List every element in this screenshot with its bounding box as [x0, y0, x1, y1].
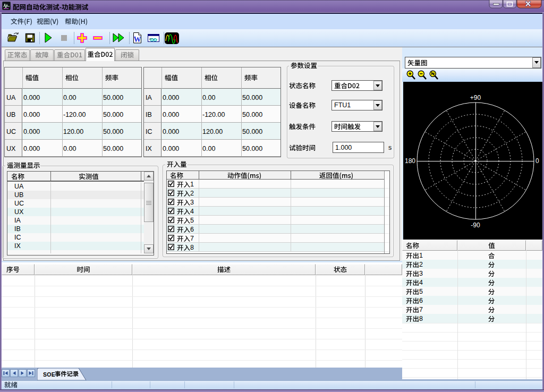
svg-text:180: 180 [405, 157, 415, 165]
svg-text:+90: +90 [470, 94, 481, 101]
svg-text:-90: -90 [471, 221, 480, 229]
svg-text:0: 0 [536, 157, 539, 165]
